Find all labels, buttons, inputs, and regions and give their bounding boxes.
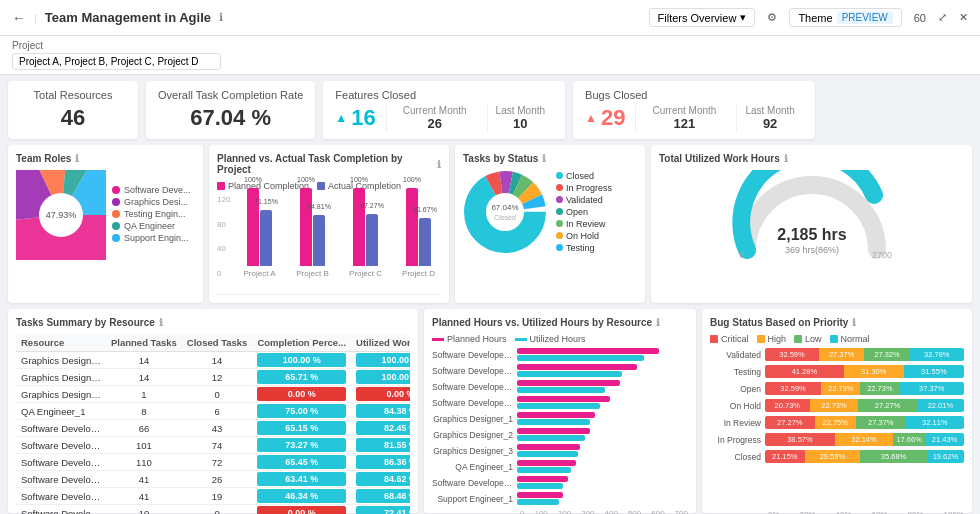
pu-row: Graphics Designer_1 xyxy=(432,412,688,425)
legend-utilized-hours: Utilized Hours xyxy=(515,334,586,344)
info-icon-bug[interactable]: ℹ xyxy=(852,317,856,328)
seg-critical: 32.59% xyxy=(765,348,819,361)
settings-icon[interactable]: ⚙ xyxy=(767,11,777,24)
seg-normal: 32.11% xyxy=(906,416,964,429)
pu-row: Graphics Designer_3 xyxy=(432,444,688,457)
features-closed-label: Features Closed xyxy=(335,89,553,101)
planned-bar xyxy=(517,396,610,402)
bug-bars-track: 27.27% 22.75% 27.37% 32.11% xyxy=(765,416,964,429)
cell-resource: Graphics Designer_1 xyxy=(16,352,106,369)
legend-item-graphics: Graphics Desi... xyxy=(112,197,191,207)
cell-resource: Software Developer... xyxy=(16,437,106,454)
info-icon-tasks[interactable]: ℹ xyxy=(542,153,546,164)
bar-planned-c: 100% xyxy=(353,188,365,266)
table-row: Graphics Designer_2 14 12 65.71 % 100.00… xyxy=(16,369,410,386)
tasks-status-legend: Closed In Progress Validated Open In Rev… xyxy=(556,171,612,255)
tasks-summary-table-scroll[interactable]: Resource Planned Tasks Closed Tasks Comp… xyxy=(16,334,410,514)
cell-utilized: 72.41 % xyxy=(351,505,410,515)
theme-button[interactable]: Theme PREVIEW xyxy=(789,8,901,27)
planned-actual-title: Planned vs. Actual Task Completion by Pr… xyxy=(217,153,441,175)
bugs-triangle-icon: ▲ xyxy=(585,111,597,125)
seg-critical: 32.59% xyxy=(765,382,821,395)
team-roles-card: Team Roles ℹ 47.93% Software Deve... xyxy=(8,145,203,303)
info-icon-work[interactable]: ℹ xyxy=(784,153,788,164)
bug-bars-track: 20.73% 22.73% 27.27% 22.01% xyxy=(765,399,964,412)
bug-label: Closed xyxy=(710,452,765,462)
table-row: Software Developer... 41 26 63.41 % 84.6… xyxy=(16,471,410,488)
team-roles-legend: Software Deve... Graphics Desi... Testin… xyxy=(112,185,191,245)
seg-high: 32.14% xyxy=(835,433,893,446)
info-icon-summary[interactable]: ℹ xyxy=(159,317,163,328)
tasks-status-title: Tasks by Status ℹ xyxy=(463,153,637,164)
pu-row: Support Engineer_1 xyxy=(432,492,688,505)
info-icon-pu[interactable]: ℹ xyxy=(656,317,660,328)
table-row: Software Developer... 10 0 0.00 % 72.41 … xyxy=(16,505,410,515)
cell-completion: 46.34 % xyxy=(252,488,351,505)
bar-planned-d: 100% xyxy=(406,188,418,266)
cell-utilized: 68.46 % xyxy=(351,488,410,505)
project-select[interactable]: Project A, Project B, Project C, Project… xyxy=(12,53,221,70)
cell-utilized: 0.00 % xyxy=(351,386,410,403)
bugs-closed-card: Bugs Closed ▲ 29 Current Month 121 Last … xyxy=(573,81,815,139)
info-icon-planned[interactable]: ℹ xyxy=(437,159,441,170)
bar-label-b: Project B xyxy=(296,269,328,278)
bug-bars-track: 21.15% 29.59% 35.68% 19.62% xyxy=(765,450,964,463)
seg-low: 27.32% xyxy=(864,348,909,361)
back-button[interactable]: ← xyxy=(12,10,26,26)
expand-icon[interactable]: ⤢ xyxy=(938,11,947,24)
pu-label: Graphics Designer_3 xyxy=(432,446,517,456)
pu-bars-track xyxy=(517,364,688,377)
bugs-num-section: ▲ 29 xyxy=(585,105,635,131)
cell-planned: 10 xyxy=(106,505,182,515)
bug-status-bars[interactable]: Validated 32.59% 27.37% 27.32% 32.78% Te… xyxy=(710,348,964,508)
cell-resource: QA Engineer_1 xyxy=(16,403,106,420)
pu-label: QA Engineer_1 xyxy=(432,462,517,472)
seg-low: 22.73% xyxy=(860,382,899,395)
planned-bar xyxy=(517,364,637,370)
cell-planned: 14 xyxy=(106,369,182,386)
table-row: Software Developer... 101 74 73.27 % 81.… xyxy=(16,437,410,454)
filters-overview-button[interactable]: Filters Overview ▾ xyxy=(649,8,756,27)
x-axis-labels: 0100200300400500600700 xyxy=(432,509,688,514)
utilized-bar xyxy=(517,419,590,425)
pu-row: Software Developer_1 xyxy=(432,348,688,361)
features-num-section: ▲ 16 xyxy=(335,105,385,131)
bug-label: Open xyxy=(710,384,765,394)
info-icon[interactable]: ℹ xyxy=(219,11,223,24)
cell-utilized: 100.00 % xyxy=(351,369,410,386)
info-icon-team[interactable]: ℹ xyxy=(75,153,79,164)
utilized-bar xyxy=(517,403,600,409)
col-utilized: Utilized Work Hou... xyxy=(351,334,410,352)
bar-group-c: 100% 67.27% Project C xyxy=(343,188,388,278)
cell-closed: 14 xyxy=(182,352,253,369)
legend-high: High xyxy=(757,334,787,344)
planned-bar xyxy=(517,444,580,450)
cell-planned: 8 xyxy=(106,403,182,420)
header-left: ← | Team Management in Agile ℹ xyxy=(12,10,223,26)
bug-row: Open 32.59% 22.73% 22.73% 37.37% xyxy=(710,382,964,395)
svg-text:0: 0 xyxy=(739,250,744,260)
planned-utilized-title: Planned Hours vs. Utilized Hours by Reso… xyxy=(432,317,688,328)
completion-rate-label: Overall Task Completion Rate xyxy=(158,89,303,101)
planned-utilized-bars[interactable]: Software Developer_1 Software Developer_… xyxy=(432,348,688,508)
work-hours-title: Total Utilized Work Hours ℹ xyxy=(659,153,964,164)
planned-bar xyxy=(517,492,563,498)
utilized-bar xyxy=(517,483,563,489)
bar-group-d: 100% 61.67% Project D xyxy=(396,188,441,278)
cell-planned: 41 xyxy=(106,488,182,505)
bug-status-card: Bug Status Based on Priority ℹ Critical … xyxy=(702,309,972,513)
cell-completion: 63.41 % xyxy=(252,471,351,488)
close-icon[interactable]: ✕ xyxy=(959,11,968,24)
utilized-bar xyxy=(517,467,571,473)
table-header-row: Resource Planned Tasks Closed Tasks Comp… xyxy=(16,334,410,352)
cell-resource: Software Developer... xyxy=(16,471,106,488)
cell-completion: 65.45 % xyxy=(252,454,351,471)
gauge-container: 2,185 hrs 369 hrs(86%) 0 2700 xyxy=(659,170,964,260)
cell-completion: 73.27 % xyxy=(252,437,351,454)
cell-planned: 66 xyxy=(106,420,182,437)
col-resource: Resource xyxy=(16,334,106,352)
pu-bars-track xyxy=(517,380,688,393)
pu-row: QA Engineer_1 xyxy=(432,460,688,473)
bar-group-a: 100% 71.15% Project A xyxy=(237,188,282,278)
col-closed: Closed Tasks xyxy=(182,334,253,352)
